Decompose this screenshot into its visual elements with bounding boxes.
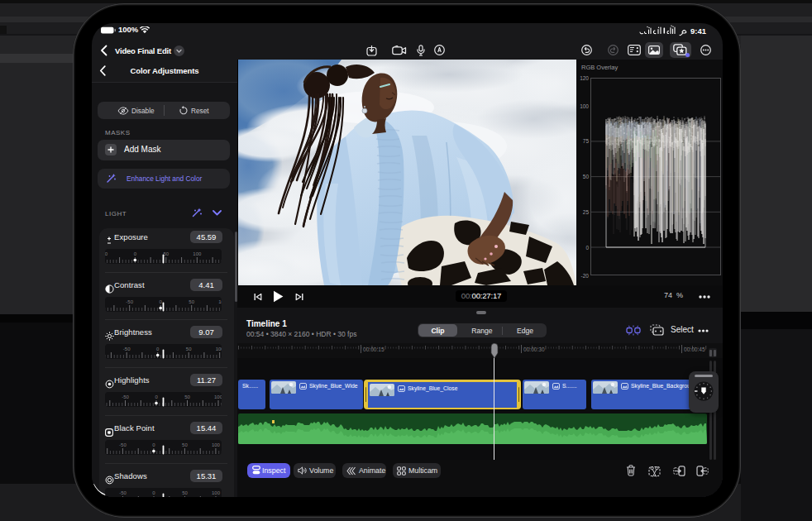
svg-text:-50: -50 xyxy=(122,394,129,399)
svg-text:100: 100 xyxy=(580,103,589,109)
svg-text:0: 0 xyxy=(152,490,155,495)
svg-text:0: 0 xyxy=(134,251,137,256)
svg-text:0: 0 xyxy=(152,442,155,447)
svg-text:-50: -50 xyxy=(105,251,108,256)
svg-text:-50: -50 xyxy=(126,299,133,304)
svg-text:50: 50 xyxy=(182,442,188,447)
svg-text:-50: -50 xyxy=(119,442,127,447)
svg-text:0: 0 xyxy=(160,299,163,304)
svg-text:50: 50 xyxy=(189,299,194,304)
svg-text:RGB Overlay: RGB Overlay xyxy=(581,64,618,71)
svg-text:100: 100 xyxy=(218,299,222,304)
svg-text:0: 0 xyxy=(155,394,158,399)
svg-text:100: 100 xyxy=(212,490,221,495)
svg-text:00:00:15: 00:00:15 xyxy=(363,347,385,352)
svg-text:100: 100 xyxy=(214,394,222,399)
svg-text:50: 50 xyxy=(184,394,190,399)
svg-text:50: 50 xyxy=(583,174,590,179)
svg-text:100: 100 xyxy=(212,442,221,447)
svg-text:120: 120 xyxy=(580,75,589,81)
svg-text:00:00:45: 00:00:45 xyxy=(684,347,705,352)
svg-text:0: 0 xyxy=(585,245,589,251)
svg-text:-50: -50 xyxy=(119,490,127,495)
svg-text:100: 100 xyxy=(193,251,202,256)
svg-text:25: 25 xyxy=(583,209,590,215)
svg-text:00:00:30: 00:00:30 xyxy=(523,347,545,352)
svg-text:-50: -50 xyxy=(123,347,131,351)
svg-text:50: 50 xyxy=(182,490,188,495)
svg-text:50: 50 xyxy=(163,251,169,256)
svg-text:9:41: 9:41 xyxy=(690,26,707,36)
svg-text:100: 100 xyxy=(216,347,222,351)
svg-text:75: 75 xyxy=(583,138,590,144)
svg-text:50: 50 xyxy=(186,347,192,351)
svg-text:0: 0 xyxy=(156,347,160,351)
svg-text:-20: -20 xyxy=(581,273,590,279)
